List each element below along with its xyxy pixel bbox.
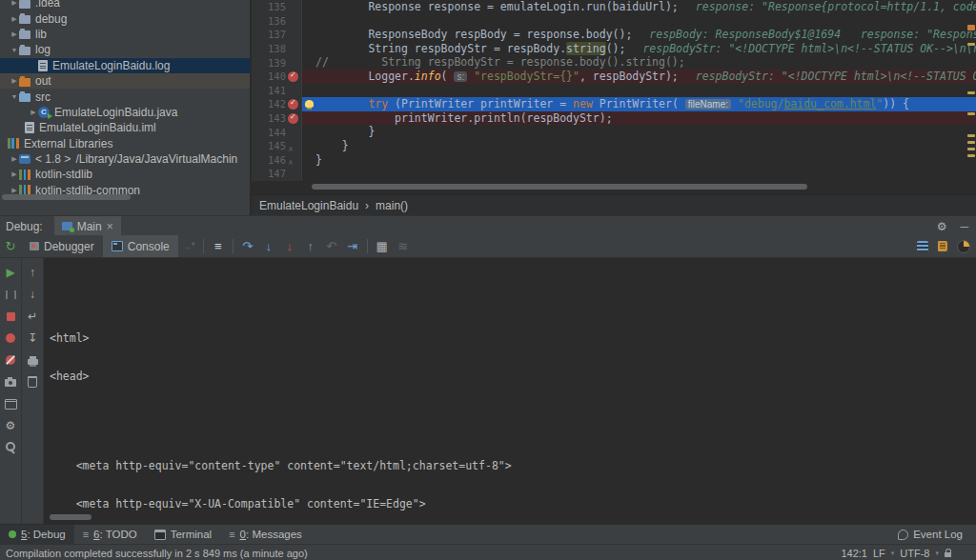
tree-item-out[interactable]: ▶ out — [0, 73, 250, 89]
tree-item-idea[interactable]: ▶ .idea — [0, 0, 250, 10]
tree-item-emulateloginbaidu-java[interactable]: ▶ EmulateLoginBaidu.java — [0, 105, 250, 120]
file-link[interactable]: baidu_com.html — [783, 97, 876, 110]
soft-wrap-icon[interactable]: ↵ — [26, 310, 39, 323]
breadcrumb-class[interactable]: EmulateLoginBaidu — [259, 199, 358, 212]
layout-menu-icon[interactable]: ≡ — [208, 239, 229, 253]
intention-bulb-icon[interactable] — [305, 100, 314, 108]
editor-panel[interactable]: 135 136 137 138 139 140 141 142 143 144 … — [252, 0, 976, 215]
caret-position[interactable]: 142:1 — [841, 548, 867, 559]
rerun-icon[interactable]: ↻ — [0, 239, 21, 253]
scroll-to-end-icon[interactable]: ↧ — [26, 331, 39, 345]
line-separator-indicator[interactable]: LF — [873, 548, 885, 559]
step-over-icon[interactable]: ↷ — [237, 239, 258, 253]
tab-console[interactable]: Console — [103, 235, 178, 257]
toolwindow-button-debug[interactable]: 5: Debug — [0, 525, 74, 544]
code-line-136[interactable] — [302, 14, 976, 29]
console-horizontal-scrollbar[interactable] — [50, 514, 92, 520]
chevron-right-icon[interactable]: ▶ — [10, 15, 19, 23]
trace-icon[interactable]: ≋ — [393, 239, 414, 253]
code-line-142-execution-line[interactable]: try (PrintWriter printWriter = new Print… — [302, 97, 976, 111]
close-icon[interactable]: × — [107, 222, 113, 231]
drop-frame-icon[interactable]: ↶ — [321, 239, 342, 253]
chevron-right-icon[interactable]: ▶ — [10, 0, 19, 7]
mute-breakpoints-icon[interactable] — [4, 353, 17, 367]
code-line-135[interactable]: Response response = emulateLogin.run(bai… — [302, 0, 976, 14]
editor-horizontal-scrollbar[interactable] — [312, 184, 807, 190]
status-bar: Compilation completed successfully in 2 … — [0, 544, 976, 560]
code-area[interactable]: Response response = emulateLogin.run(bai… — [302, 0, 976, 181]
breakpoint-icon[interactable] — [288, 71, 298, 82]
code-line-145[interactable]: } — [302, 139, 976, 153]
debug-session-tab-main[interactable]: Main × — [54, 216, 121, 236]
help-book-icon[interactable] — [938, 241, 947, 251]
tree-item-jdk-18[interactable]: ▶ < 1.8 > /Library/Java/JavaVirtualMachi… — [0, 151, 250, 167]
evaluate-expression-icon[interactable]: ▦ — [372, 239, 393, 253]
toolwindow-button-terminal[interactable]: Terminal — [146, 525, 220, 544]
tree-item-external-libraries[interactable]: External Libraries — [0, 136, 250, 151]
fold-marker-icon[interactable]: ∧ — [288, 145, 294, 153]
chevron-right-icon[interactable]: ▶ — [29, 109, 38, 116]
chevron-right-icon[interactable]: ▶ — [10, 170, 19, 178]
chevron-right-icon[interactable]: ▶ — [10, 30, 19, 38]
step-into-icon[interactable]: ↓ — [258, 239, 279, 253]
restore-layout-icon[interactable] — [917, 241, 928, 251]
tree-item-lib[interactable]: ▶ lib — [0, 27, 250, 42]
tree-item-log[interactable]: ▼ log — [0, 42, 250, 57]
tab-debugger[interactable]: Debugger — [21, 235, 103, 257]
print-icon[interactable] — [26, 353, 39, 367]
thread-dump-camera-icon[interactable] — [4, 375, 17, 389]
stop-icon[interactable] — [4, 310, 17, 323]
fold-marker-icon[interactable]: ∧ — [288, 158, 294, 167]
chevron-down-icon[interactable]: ▼ — [10, 93, 19, 100]
code-line-140-breakpoint-line[interactable]: Logger.info( s: "respBodyStr={}", respBo… — [302, 70, 976, 84]
pin-icon[interactable] — [4, 441, 17, 454]
status-message[interactable]: Compilation completed successfully in 2 … — [6, 548, 308, 559]
breadcrumb-method[interactable]: main() — [376, 199, 408, 212]
chevron-down-icon[interactable]: ▼ — [10, 47, 19, 53]
encoding-indicator[interactable]: UTF-8 — [900, 548, 929, 559]
toolwindow-button-todo[interactable]: ≡ 6: TODO — [74, 525, 146, 544]
force-step-into-icon[interactable]: ↓ — [279, 239, 300, 253]
lock-icon[interactable] — [945, 552, 951, 557]
tree-item-src[interactable]: ▼ src — [0, 89, 250, 104]
code-line-141[interactable] — [302, 84, 976, 98]
breakpoint-icon[interactable] — [288, 99, 298, 110]
view-breakpoints-icon[interactable] — [4, 331, 17, 345]
console-output[interactable]: <html> <head> <meta http-equiv="content-… — [44, 258, 976, 524]
tree-item-kotlin-stdlib[interactable]: ▶ kotlin-stdlib — [0, 167, 250, 182]
layout-settings-icon[interactable] — [4, 397, 17, 410]
code-line-139[interactable]: // String respBodyStr = response.body().… — [302, 55, 976, 70]
editor-gutter[interactable]: 135 136 137 138 139 140 141 142 143 144 … — [252, 0, 302, 181]
code-line-138[interactable]: String respBodyStr = respBody.string();r… — [302, 42, 976, 56]
down-stack-icon[interactable]: ↓ — [26, 288, 39, 301]
toolwindow-button-messages[interactable]: ≡ 0: Messages — [220, 525, 311, 544]
project-horizontal-scrollbar[interactable] — [2, 194, 131, 200]
code-line-143-breakpoint-line[interactable]: printWriter.println(respBodyStr); — [302, 111, 976, 126]
resume-icon[interactable]: ▶ — [4, 266, 17, 279]
code-line-147[interactable] — [302, 167, 976, 181]
tree-item-debug[interactable]: ▶ debug — [0, 10, 250, 26]
app-icon — [62, 222, 72, 230]
libraries-icon — [8, 138, 19, 149]
chevron-right-icon[interactable]: ▶ — [10, 187, 19, 194]
code-line-146[interactable]: } — [302, 153, 976, 168]
tree-item-emulateloginbaidu-log[interactable]: EmulateLoginBaidu.log — [0, 58, 250, 73]
scroll-to-end-tab-icon[interactable]: →* — [178, 241, 199, 251]
hide-panel-icon[interactable]: ─ — [960, 220, 968, 233]
chevron-right-icon[interactable]: ▶ — [10, 155, 19, 163]
error-stripe[interactable] — [966, 0, 976, 181]
tree-item-emulateloginbaidu-iml[interactable]: EmulateLoginBaidu.iml — [0, 120, 250, 135]
settings-gear-icon[interactable]: ⚙ — [937, 220, 947, 233]
chevron-right-icon[interactable]: ▶ — [10, 77, 19, 85]
step-out-icon[interactable]: ↑ — [300, 239, 321, 253]
clear-console-icon[interactable] — [26, 375, 39, 389]
breakpoint-icon[interactable] — [288, 113, 298, 124]
up-stack-icon[interactable]: ↑ — [26, 266, 39, 279]
code-line-144[interactable]: } — [302, 125, 976, 139]
pause-icon[interactable] — [4, 288, 17, 301]
run-to-cursor-icon[interactable]: ⇥ — [342, 239, 363, 253]
event-log-button[interactable]: Event Log — [913, 529, 963, 540]
profiler-gauge-icon[interactable] — [957, 240, 970, 253]
code-line-137[interactable]: ResponseBody respBody = response.body();… — [302, 28, 976, 42]
gear-dropdown-icon[interactable]: ⚙ — [4, 419, 17, 432]
